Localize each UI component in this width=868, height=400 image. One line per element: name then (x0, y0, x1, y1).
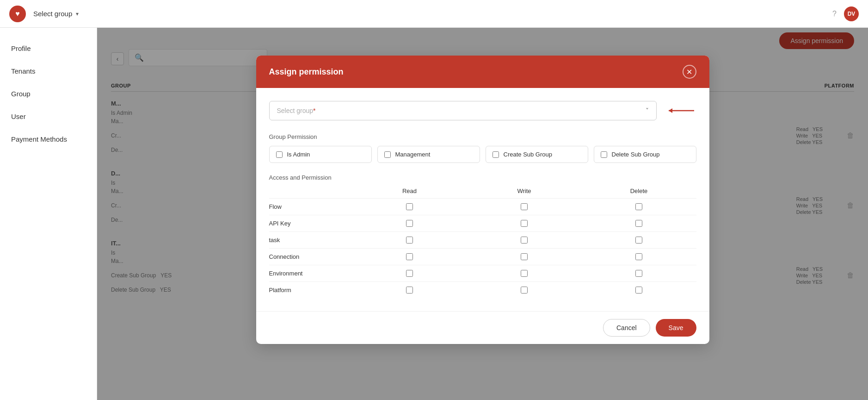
management-checkbox-item[interactable]: Management (377, 146, 480, 163)
environment-write-checkbox[interactable] (521, 270, 528, 277)
connection-read-checkbox[interactable] (406, 253, 413, 260)
flow-write-cell (467, 203, 582, 210)
connection-delete-checkbox[interactable] (635, 253, 642, 260)
topbar-right: ? DV (832, 6, 859, 21)
sidebar-item-tenants[interactable]: Tenants (0, 60, 97, 82)
svg-marker-1 (669, 108, 672, 113)
arrow-indicator (664, 106, 696, 115)
modal-title: Assign permission (269, 67, 344, 77)
platform-read-cell (352, 287, 467, 294)
is-admin-checkbox[interactable] (276, 151, 283, 158)
apikey-write-cell (467, 220, 582, 227)
task-read-cell (352, 237, 467, 244)
col-read-header: Read (352, 188, 467, 194)
modal: Assign permission ✕ Select group* ˅ (256, 56, 709, 344)
apikey-write-checkbox[interactable] (521, 220, 528, 227)
delete-sub-group-checkbox-item[interactable]: Delete Sub Group (594, 146, 696, 163)
platform-delete-checkbox[interactable] (635, 287, 642, 294)
sidebar-item-profile[interactable]: Profile (0, 37, 97, 60)
row-label-environment: Environment (269, 270, 352, 277)
platform-delete-cell (582, 287, 696, 294)
row-label-flow: Flow (269, 203, 352, 210)
environment-write-cell (467, 270, 582, 277)
row-label-apikey: API Key (269, 220, 352, 227)
main-content: Assign permission ‹ 🔍 GROUP PLATFORM (97, 28, 868, 400)
access-row-platform: Platform (269, 281, 696, 298)
red-arrow-icon (664, 106, 696, 115)
flow-read-cell (352, 203, 467, 210)
select-group-dropdown[interactable]: Select group* ˅ (269, 101, 657, 120)
chevron-down-icon: ˅ (646, 107, 649, 114)
required-star: * (313, 107, 315, 114)
sidebar-item-user[interactable]: User (0, 105, 97, 128)
help-icon[interactable]: ? (832, 10, 837, 18)
connection-write-cell (467, 253, 582, 260)
environment-delete-cell (582, 270, 696, 277)
row-label-task: task (269, 237, 352, 244)
close-icon: ✕ (686, 68, 692, 76)
app-logo: ♥ (9, 6, 26, 22)
cancel-button[interactable]: Cancel (603, 319, 650, 337)
access-row-environment: Environment (269, 265, 696, 281)
environment-read-cell (352, 270, 467, 277)
access-table: Read Write Delete Flow API Key (269, 188, 696, 298)
col-write-header: Write (467, 188, 582, 194)
sidebar-item-payment-methods[interactable]: Payment Methods (0, 128, 97, 150)
apikey-delete-checkbox[interactable] (635, 220, 642, 227)
topbar: ♥ Select group ▾ ? DV (0, 0, 868, 28)
connection-write-checkbox[interactable] (521, 253, 528, 260)
environment-read-checkbox[interactable] (406, 270, 413, 277)
platform-write-checkbox[interactable] (521, 287, 528, 294)
task-read-checkbox[interactable] (406, 237, 413, 244)
flow-read-checkbox[interactable] (406, 203, 413, 210)
access-table-header: Read Write Delete (269, 188, 696, 198)
delete-sub-group-label: Delete Sub Group (612, 151, 660, 158)
save-button[interactable]: Save (656, 319, 696, 337)
select-group-row: Select group* ˅ (269, 101, 696, 120)
platform-write-cell (467, 287, 582, 294)
management-label: Management (395, 151, 431, 158)
apikey-read-checkbox[interactable] (406, 220, 413, 227)
connection-delete-cell (582, 253, 696, 260)
flow-delete-checkbox[interactable] (635, 203, 642, 210)
connection-read-cell (352, 253, 467, 260)
modal-body: Select group* ˅ Group (256, 88, 709, 311)
access-row-flow: Flow (269, 198, 696, 215)
sidebar-item-group[interactable]: Group (0, 82, 97, 105)
group-selector[interactable]: Select group ▾ (33, 10, 79, 18)
delete-sub-group-checkbox[interactable] (601, 151, 607, 158)
task-delete-checkbox[interactable] (635, 237, 642, 244)
avatar: DV (844, 6, 859, 21)
access-row-connection: Connection (269, 248, 696, 265)
flow-delete-cell (582, 203, 696, 210)
create-sub-group-checkbox[interactable] (492, 151, 499, 158)
group-selector-label: Select group (33, 10, 72, 18)
management-checkbox[interactable] (384, 151, 391, 158)
sidebar: Profile Tenants Group User Payment Metho… (0, 28, 97, 400)
col-delete-header: Delete (582, 188, 696, 194)
task-write-checkbox[interactable] (521, 237, 528, 244)
permission-checkboxes: Is Admin Management Create Sub Group (269, 146, 696, 163)
apikey-read-cell (352, 220, 467, 227)
flow-write-checkbox[interactable] (521, 203, 528, 210)
platform-read-checkbox[interactable] (406, 287, 413, 294)
chevron-down-icon: ▾ (76, 11, 79, 17)
create-sub-group-label: Create Sub Group (504, 151, 553, 158)
is-admin-checkbox-item[interactable]: Is Admin (269, 146, 372, 163)
modal-overlay: Assign permission ✕ Select group* ˅ (97, 28, 868, 400)
access-permission-label: Access and Permission (269, 174, 696, 181)
task-write-cell (467, 237, 582, 244)
select-group-placeholder: Select group* (277, 107, 316, 114)
row-label-platform: Platform (269, 287, 352, 294)
row-label-connection: Connection (269, 253, 352, 260)
apikey-delete-cell (582, 220, 696, 227)
access-row-task: task (269, 231, 696, 248)
modal-close-button[interactable]: ✕ (683, 65, 696, 79)
create-sub-group-checkbox-item[interactable]: Create Sub Group (486, 146, 588, 163)
group-permission-label: Group Permission (269, 133, 696, 140)
is-admin-label: Is Admin (287, 151, 310, 158)
modal-header: Assign permission ✕ (256, 56, 709, 88)
environment-delete-checkbox[interactable] (635, 270, 642, 277)
main-layout: Profile Tenants Group User Payment Metho… (0, 28, 868, 400)
access-row-apikey: API Key (269, 215, 696, 231)
